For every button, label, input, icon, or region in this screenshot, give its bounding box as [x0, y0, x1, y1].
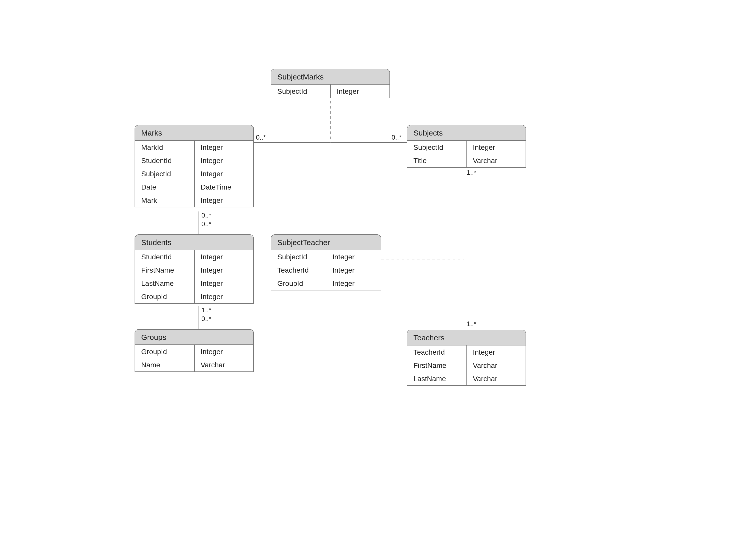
entity-title: Subjects [407, 125, 526, 141]
multiplicity-label: 0..* [201, 315, 211, 323]
multiplicity-label: 0..* [392, 133, 401, 141]
entity-teachers: Teachers TeacherIdInteger FirstNameVarch… [407, 330, 526, 386]
entity-row: FirstNameInteger [135, 264, 253, 277]
entity-title: SubjectTeacher [271, 235, 381, 250]
entity-row: LastNameVarchar [407, 372, 526, 385]
entity-row: StudentIdInteger [135, 250, 253, 264]
entity-row: GroupIdInteger [135, 290, 253, 303]
er-diagram-canvas: SubjectMarks SubjectId Integer Marks Mar… [0, 0, 756, 535]
entity-row: SubjectIdInteger [407, 141, 526, 154]
multiplicity-label: 1..* [201, 306, 211, 314]
entity-row: SubjectId Integer [271, 85, 390, 98]
entity-title: Teachers [407, 330, 526, 346]
entity-row: MarkInteger [135, 194, 253, 207]
field-type: Integer [330, 85, 390, 98]
entity-groups: Groups GroupIdInteger NameVarchar [134, 329, 254, 372]
entity-subjects: Subjects SubjectIdInteger TitleVarchar [407, 125, 526, 168]
entity-row: GroupIdInteger [135, 345, 253, 358]
entity-students: Students StudentIdInteger FirstNameInteg… [134, 234, 254, 304]
entity-title: Marks [135, 125, 253, 141]
multiplicity-label: 1..* [466, 169, 477, 176]
entity-row: GroupIdInteger [271, 277, 381, 290]
field-name: SubjectId [271, 85, 330, 98]
entity-row: TitleVarchar [407, 154, 526, 167]
entity-row: StudentIdInteger [135, 154, 253, 167]
multiplicity-label: 0..* [201, 211, 211, 219]
entity-row: LastNameInteger [135, 277, 253, 290]
entity-subjectteacher: SubjectTeacher SubjectIdInteger TeacherI… [271, 234, 381, 291]
entity-title: Groups [135, 330, 253, 345]
entity-title: Students [135, 235, 253, 250]
entity-title: SubjectMarks [271, 69, 390, 85]
entity-row: SubjectIdInteger [271, 250, 381, 264]
multiplicity-label: 0..* [256, 133, 266, 141]
entity-row: TeacherIdInteger [407, 346, 526, 359]
multiplicity-label: 1..* [466, 320, 477, 328]
entity-row: SubjectIdInteger [135, 167, 253, 181]
entity-marks: Marks MarkIdInteger StudentIdInteger Sub… [134, 125, 254, 207]
entity-row: TeacherIdInteger [271, 264, 381, 277]
multiplicity-label: 0..* [201, 220, 211, 228]
entity-row: MarkIdInteger [135, 141, 253, 154]
entity-row: DateDateTime [135, 181, 253, 194]
entity-row: FirstNameVarchar [407, 359, 526, 372]
entity-subjectmarks: SubjectMarks SubjectId Integer [271, 69, 390, 99]
entity-row: NameVarchar [135, 358, 253, 372]
